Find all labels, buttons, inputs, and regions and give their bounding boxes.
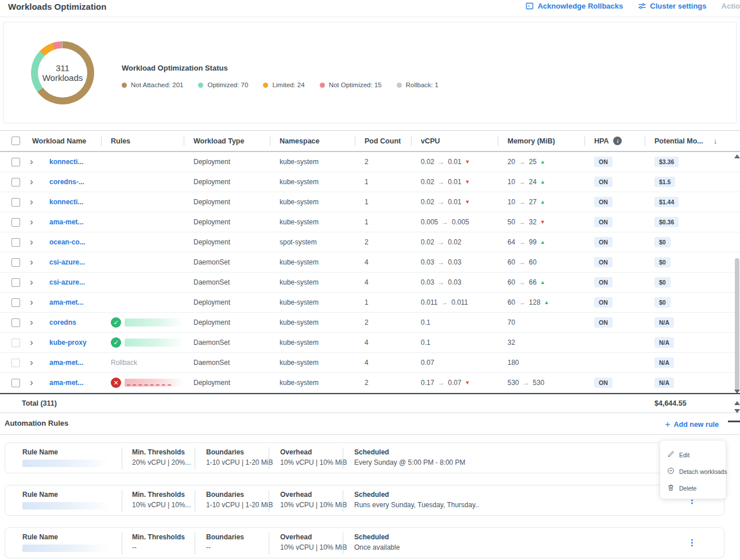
workload-status-donut: 311 Workloads	[31, 41, 94, 104]
pod-count-cell: 1	[355, 298, 411, 306]
row-checkbox[interactable]	[11, 258, 20, 267]
expand-cell: ›	[25, 378, 47, 388]
row-checkbox[interactable]	[11, 158, 20, 166]
row-checkbox[interactable]	[11, 359, 20, 367]
table-row: ›ama-met...RollbackDaemonSetkube-system4…	[0, 353, 740, 373]
pane-scroll-down-arrow[interactable]	[734, 409, 740, 413]
column-vcpu[interactable]: vCPU	[411, 131, 498, 151]
expand-cell: ›	[25, 338, 47, 348]
hpa-cell: ON	[584, 378, 645, 388]
memory-cell: 70	[498, 318, 584, 326]
column-workload-name[interactable]: Workload Name	[25, 131, 101, 151]
namespace-cell: kube-system	[270, 318, 355, 326]
rule-boundaries-column: Boundaries--	[206, 533, 244, 551]
row-checkbox[interactable]	[11, 379, 20, 387]
right-arrow-icon: →	[437, 238, 444, 246]
vcpu-cell: 0.03→0.03	[411, 258, 498, 266]
workload-name-link[interactable]: coredns-...	[49, 178, 84, 186]
workload-name-link[interactable]: ocean-co...	[49, 238, 86, 246]
rule-overhead-value: 10% vCPU | 10% MiB	[280, 543, 347, 551]
expand-chevron-icon[interactable]: ›	[30, 358, 33, 367]
namespace-cell: kube-system	[270, 379, 355, 387]
rule-attached-check-icon: ✓	[111, 317, 121, 328]
menu-item-delete[interactable]: Delete	[660, 480, 726, 496]
actions-button[interactable]: Action	[722, 2, 740, 10]
workload-name-link[interactable]: csi-azure...	[49, 278, 85, 286]
right-arrow-icon: →	[437, 198, 444, 206]
workload-name-link[interactable]: coredns	[49, 318, 76, 326]
expand-chevron-icon[interactable]: ›	[30, 318, 33, 327]
pod-count-cell: 4	[355, 339, 411, 347]
expand-chevron-icon[interactable]: ›	[30, 238, 33, 247]
select-all-checkbox[interactable]	[11, 137, 20, 145]
workload-name-link[interactable]: ama-met...	[49, 359, 83, 367]
column-hpa[interactable]: HPA i	[584, 131, 645, 151]
vcpu-current: 0.03	[421, 258, 434, 266]
potential-savings-cell: $1.5	[645, 177, 740, 187]
table-scrollbar-thumb[interactable]	[735, 258, 739, 390]
table-header: Workload Name Rules Workload Type Namesp…	[0, 130, 740, 152]
pane-scroll-up-arrow[interactable]	[734, 401, 740, 405]
hpa-info-icon[interactable]: i	[613, 137, 622, 145]
workload-name-link[interactable]: csi-azure...	[49, 258, 85, 266]
workload-name-link[interactable]: konnecti...	[49, 198, 83, 206]
column-memory[interactable]: Memory (MiB)	[498, 131, 584, 151]
hpa-header-label: HPA	[594, 137, 609, 145]
rule-overhead-column: Overhead10% vCPU | 10% MiB	[280, 491, 347, 509]
workload-name-link[interactable]: ama-met...	[49, 298, 83, 306]
menu-item-edit[interactable]: Edit	[660, 446, 726, 463]
right-arrow-icon: →	[441, 298, 448, 306]
workloads-optimization-page: Workloads Optimization Acknowledge Rollb…	[0, 0, 740, 560]
menu-item-detach-workloads[interactable]: Detach workloads	[660, 463, 726, 480]
row-checkbox[interactable]	[11, 339, 20, 347]
expand-chevron-icon[interactable]: ›	[30, 258, 33, 267]
column-namespace[interactable]: Namespace	[270, 131, 355, 151]
potential-savings-cell: N/A	[645, 337, 740, 348]
expand-chevron-icon[interactable]: ›	[30, 278, 33, 287]
column-pod-count[interactable]: Pod Count	[355, 131, 411, 151]
row-checkbox[interactable]	[11, 178, 20, 186]
acknowledge-rollbacks-button[interactable]: Acknowledge Rollbacks	[525, 2, 623, 10]
vcpu-current: 0.1	[421, 318, 431, 326]
row-checkbox[interactable]	[11, 298, 20, 307]
workload-name-cell: coredns-...	[47, 178, 101, 186]
row-checkbox[interactable]	[11, 238, 20, 247]
expand-chevron-icon[interactable]: ›	[30, 177, 33, 186]
expand-cell: ›	[25, 238, 47, 247]
expand-chevron-icon[interactable]: ›	[30, 298, 33, 307]
expand-chevron-icon[interactable]: ›	[30, 157, 33, 166]
workload-name-link[interactable]: ama-met...	[49, 379, 83, 387]
legend-label: Optimized: 70	[207, 81, 248, 88]
workload-name-link[interactable]: konnecti...	[49, 158, 83, 166]
column-workload-type[interactable]: Workload Type	[184, 131, 270, 151]
row-checkbox[interactable]	[11, 318, 20, 327]
potential-savings-cell: N/A	[645, 317, 740, 328]
add-new-rule-button[interactable]: + Add new rule	[665, 420, 719, 429]
expand-chevron-icon[interactable]: ›	[30, 338, 33, 347]
workload-name-cell: coredns	[47, 318, 101, 326]
expand-chevron-icon[interactable]: ›	[30, 197, 33, 207]
rule-boundaries-column: Boundaries1-10 vCPU | 1-20 MiB	[206, 448, 273, 466]
vcpu-current: 0.03	[421, 278, 434, 286]
rule-error-x-icon: ✕	[111, 378, 121, 388]
expand-cell: ›	[25, 358, 47, 368]
redacted-rule-name	[22, 502, 110, 510]
column-potential-monthly-savings[interactable]: Potential Mo... ↓	[645, 131, 740, 151]
workload-name-cell: ama-met...	[47, 359, 101, 367]
expand-chevron-icon[interactable]: ›	[30, 217, 33, 227]
row-checkbox[interactable]	[11, 198, 20, 207]
workload-name-cell: csi-azure...	[47, 278, 101, 286]
cluster-settings-button[interactable]: Cluster settings	[638, 2, 706, 10]
workload-name-link[interactable]: ama-met...	[49, 218, 83, 226]
table-scroll-down-arrow[interactable]	[734, 390, 740, 394]
sort-descending-icon[interactable]: ↓	[714, 137, 718, 145]
rule-scheduled-value: Once available	[354, 543, 400, 551]
column-rules[interactable]: Rules	[101, 131, 184, 151]
table-scroll-up-arrow[interactable]	[734, 154, 740, 158]
rule-kebab-menu-icon[interactable]	[689, 538, 695, 549]
memory-recommended: 32	[529, 218, 536, 226]
row-checkbox[interactable]	[11, 218, 20, 227]
row-checkbox[interactable]	[11, 278, 20, 287]
workload-name-link[interactable]: kube-proxy	[49, 339, 87, 347]
expand-chevron-icon[interactable]: ›	[30, 378, 33, 387]
